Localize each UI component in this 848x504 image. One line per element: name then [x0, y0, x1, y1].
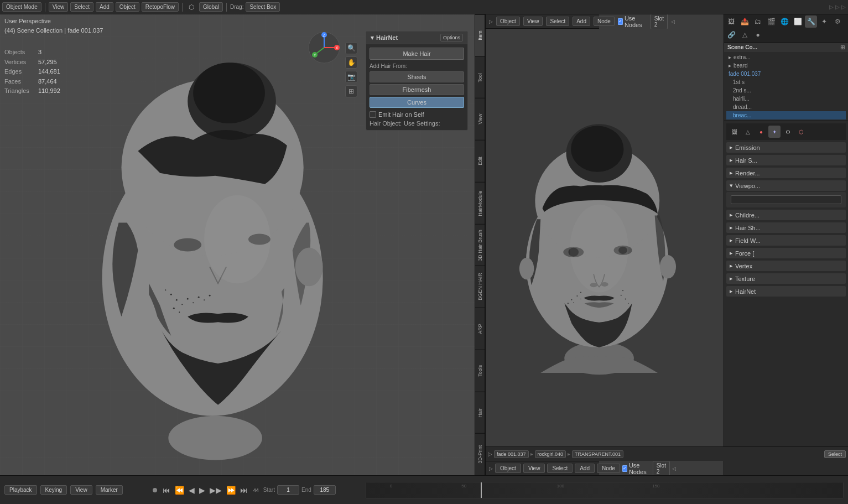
tab-arp[interactable]: ARP — [475, 308, 485, 350]
retopflow-btn[interactable]: RetopoFlow — [142, 2, 179, 12]
use-nodes-bottom-check[interactable]: ✓ — [622, 465, 627, 472]
tab-hairmodule[interactable]: HairModule — [475, 182, 485, 224]
select-menu-btn[interactable]: Select — [70, 2, 93, 12]
tab-tools[interactable]: Tools — [475, 350, 485, 392]
right-vp-collapse[interactable]: ◁ — [671, 19, 675, 24]
obj-prop-material[interactable]: ● — [755, 126, 767, 138]
obj-prop-physics[interactable]: ⚙ — [782, 126, 794, 138]
left-viewport[interactable]: User Perspective (44) Scene Collection |… — [0, 14, 486, 475]
right-select-btn[interactable]: Select — [546, 17, 569, 26]
skip-end-btn[interactable]: ⏭ — [239, 485, 249, 496]
hairnet-collapse-icon[interactable]: ▾ — [371, 34, 374, 41]
grid-btn[interactable]: ⊞ — [345, 85, 357, 97]
material-icon-btn[interactable]: ● — [752, 29, 764, 41]
marker-btn[interactable]: Marker — [96, 485, 123, 495]
view-bottom-btn[interactable]: View — [70, 485, 92, 495]
skip-start-btn[interactable]: ⏮ — [162, 485, 171, 496]
view-btn[interactable]: View — [523, 464, 545, 473]
next-keyframe-btn[interactable]: ⏩ — [225, 485, 237, 496]
viewport-header[interactable]: ▾ Viewpo... — [726, 180, 846, 191]
view-layer-icon-btn[interactable]: 🗂 — [752, 15, 764, 28]
hair-shape-header[interactable]: ▸ Hair S... — [726, 155, 846, 165]
obj-prop-render[interactable]: 🖼 — [729, 126, 741, 138]
field-w-header[interactable]: ▸ Field W... — [726, 235, 846, 246]
prev-keyframe-btn[interactable]: ⏪ — [174, 485, 185, 496]
render-icon-btn[interactable]: 🖼 — [725, 15, 737, 28]
node-btn[interactable]: Node — [597, 464, 620, 473]
hand-btn[interactable]: ✋ — [345, 56, 357, 69]
hairnet-options-btn[interactable]: Options — [440, 34, 463, 41]
tab-hair[interactable]: Hair — [475, 392, 485, 434]
rockgirl-breadcrumb[interactable]: rockgirl.040 — [535, 450, 566, 458]
add-btn[interactable]: Add — [575, 464, 595, 473]
render-header[interactable]: ▸ Render... — [726, 168, 846, 178]
modifier-icon-btn[interactable]: 🔧 — [805, 15, 817, 28]
tab-3d-hair-brush[interactable]: 3D Hair Brush — [475, 224, 485, 266]
start-frame[interactable]: 1 — [277, 485, 299, 495]
obj-prop-particles[interactable]: ✦ — [768, 126, 781, 138]
object-menu-btn[interactable]: Object — [116, 2, 139, 12]
tab-3d-print[interactable]: 3D-Print — [475, 433, 485, 475]
transform-global-btn[interactable]: Global — [199, 2, 223, 12]
zoom-btn[interactable]: 🔍 — [345, 42, 357, 54]
vertex-header[interactable]: ▸ Vertex — [726, 261, 846, 271]
sc-item-extra[interactable]: ▸ extra... — [726, 53, 846, 61]
right-object-mode[interactable]: Object — [496, 17, 520, 26]
output-icon-btn[interactable]: 📤 — [738, 15, 751, 28]
sheets-btn[interactable]: Sheets — [370, 71, 464, 82]
emission-header[interactable]: ▸ Emission — [726, 142, 846, 153]
physics-icon-btn[interactable]: ⚙ — [831, 15, 844, 28]
particles-icon-btn[interactable]: ✦ — [818, 15, 830, 28]
right-vp-expand[interactable]: ▷ — [489, 19, 493, 24]
object-icon-btn[interactable]: ⬜ — [792, 15, 804, 28]
transparent-breadcrumb[interactable]: TRANSPARENT.001 — [572, 450, 623, 458]
play-btn[interactable]: ▶ — [198, 485, 206, 496]
object-type-btn[interactable]: Object — [495, 464, 521, 473]
add-menu-btn[interactable]: Add — [96, 2, 113, 12]
curves-btn[interactable]: Curves — [370, 97, 464, 108]
viewport-gizmo[interactable]: Z X Y — [308, 31, 341, 64]
hairnet-props-header[interactable]: ▸ HairNet — [726, 286, 846, 297]
obj-prop-triangle[interactable]: △ — [742, 126, 754, 138]
right-viewport[interactable]: ▷ Object View Select Add Node ✓ Use Node… — [486, 14, 724, 475]
end-frame[interactable]: 185 — [314, 485, 336, 495]
sc-fade-label[interactable]: fade 001.037 — [726, 70, 846, 78]
tab-view[interactable]: View — [475, 98, 485, 140]
data-icon-btn[interactable]: △ — [738, 29, 751, 41]
select-btn[interactable]: Select — [547, 464, 573, 473]
constraint-icon-btn[interactable]: 🔗 — [725, 29, 737, 41]
select-button[interactable]: Select — [824, 450, 846, 458]
fibermesh-btn[interactable]: Fibermesh — [370, 84, 464, 95]
tab-tool[interactable]: Tool — [475, 56, 485, 98]
step-fwd-btn[interactable]: ▶▶ — [209, 485, 223, 496]
scene-icon-btn[interactable]: 🎬 — [765, 15, 777, 28]
object-mode-btn[interactable]: Object Mode — [2, 2, 41, 12]
step-back-btn[interactable]: ◀ — [188, 485, 196, 496]
obj-prop-extra[interactable]: ⬡ — [795, 126, 807, 138]
expand-icon[interactable]: ▷ — [489, 466, 493, 471]
playback-btn[interactable]: Playback — [4, 485, 37, 495]
texture-header[interactable]: ▸ Texture — [726, 273, 846, 284]
fade-breadcrumb[interactable]: fade 001.037 — [494, 450, 529, 458]
tab-edit[interactable]: Edit — [475, 140, 485, 182]
sc-item-beard[interactable]: ▸ beard — [726, 61, 846, 70]
right-view-btn[interactable]: View — [523, 17, 543, 26]
emit-checkbox[interactable] — [370, 111, 376, 118]
use-nodes-checkbox[interactable]: ✓ — [618, 18, 623, 25]
sc-breach-selected[interactable]: breac... — [726, 111, 846, 119]
world-icon-btn[interactable]: 🌐 — [778, 15, 790, 28]
keying-btn[interactable]: Keying — [40, 485, 67, 495]
expand-breadcrumb[interactable]: ▷ — [488, 451, 492, 457]
children-header[interactable]: ▸ Childre... — [726, 210, 846, 220]
tab-item[interactable]: Item — [475, 14, 485, 56]
viewport-field[interactable] — [731, 195, 841, 204]
collapse-icon[interactable]: ◁ — [672, 466, 676, 471]
hair-sh-header[interactable]: ▸ Hair Sh... — [726, 222, 846, 233]
camera-btn[interactable]: 📷 — [345, 71, 357, 83]
timeline-scrubber[interactable]: 0 50 100 150 — [366, 482, 844, 498]
select-box-btn[interactable]: Select Box — [246, 2, 280, 12]
tab-bgen-hair[interactable]: BGEN HAIR — [475, 266, 485, 308]
right-add-btn[interactable]: Add — [573, 17, 590, 26]
force-header[interactable]: ▸ Force [ — [726, 248, 846, 258]
view-menu-btn[interactable]: View — [49, 2, 69, 12]
